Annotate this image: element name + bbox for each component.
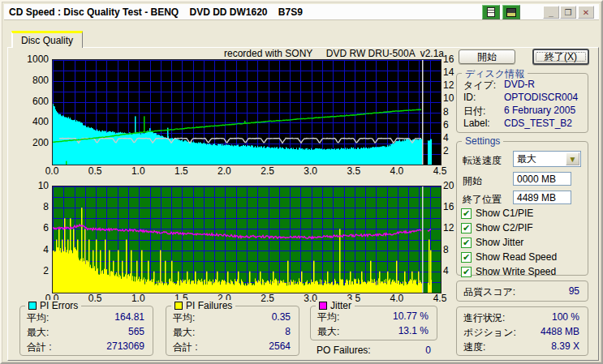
max-label: 最大: (317, 325, 339, 338)
speed-select[interactable]: 最大 ▼ (513, 151, 581, 167)
quality-score-box: 品質スコア: 95 (456, 280, 588, 302)
checkbox-label: Show Read Speed (476, 251, 557, 263)
progress-label: 進行状況: (463, 311, 505, 324)
progress-box: 進行状況:100 % ポジション:4488 MB 速度:8.39 X (456, 306, 588, 356)
title-bar[interactable]: CD Speed : Disc Quality Test - BENQ DVD … (4, 4, 599, 20)
tick-label: 600 (32, 96, 49, 107)
close-button[interactable]: ✕ (578, 6, 594, 19)
pi-failures-title: PI Failures (186, 300, 232, 311)
tick-label: 6 (43, 222, 49, 233)
jitter-box: Jitter 平均:10.77 % 最大:13.1 % (310, 306, 437, 340)
tick-label: 8 (43, 201, 49, 212)
speed-value: 8.39 X (551, 340, 579, 353)
checkbox-show-c2-pif[interactable]: ✔ Show C2/PIF (461, 222, 533, 233)
tick-label: 2.0 (218, 165, 231, 177)
avg-label: 平均: (173, 311, 195, 324)
checkbox-label: Show C1/PIE (476, 208, 533, 219)
tick-label: 4 (443, 132, 449, 143)
exit-button[interactable]: 終了(X) (532, 49, 589, 65)
pi-errors-legend-swatch (28, 302, 37, 310)
avg-value: 0.35 (272, 311, 291, 324)
report-icon (487, 7, 495, 17)
tick-label: 1.0 (131, 165, 145, 177)
tick-label: 0.5 (88, 165, 102, 177)
max-value: 8 (285, 326, 291, 339)
tick-label: 2 (443, 145, 449, 156)
bottom-chart-x-axis: 0.00.51.01.52.02.53.03.54.04.5 (52, 293, 440, 303)
pi-failures-legend-swatch (174, 302, 183, 310)
tab-disc-quality[interactable]: Disc Quality (11, 31, 83, 48)
save-icon (506, 8, 516, 17)
max-value: 13.1 % (398, 325, 429, 338)
end-pos-field[interactable]: 4489 MB (513, 191, 571, 204)
tick-label: 4 (43, 244, 49, 255)
speed-select-value: 最大 (517, 152, 536, 166)
tick-label: 1.5 (174, 165, 188, 177)
report-button[interactable] (482, 5, 500, 19)
tick-label: 3.0 (304, 165, 317, 177)
checkbox-show-jitter[interactable]: ✔ Show Jitter (461, 237, 523, 248)
tick-label: 10 (38, 180, 49, 191)
tick-label: 8 (443, 106, 449, 118)
top-chart-x-axis: 0.00.51.01.52.02.53.03.54.04.5 (52, 165, 440, 176)
total-label: 合計 : (27, 340, 52, 353)
id-label: ID: (463, 92, 476, 103)
tick-label: 1.0 (131, 293, 145, 304)
restore-icon: ❐ (565, 8, 572, 17)
tab-label: Disc Quality (21, 35, 73, 46)
window-title: CD Speed : Disc Quality Test - BENQ DVD … (9, 6, 303, 18)
end-pos-value: 4489 MB (517, 192, 556, 203)
checkbox-icon: ✔ (461, 208, 472, 219)
pi-errors-box: PI Errors 平均:164.81 最大:565 合計 :2713069 (19, 306, 153, 356)
speed-value-label: 速度: (463, 340, 485, 353)
tick-label: 800 (32, 75, 49, 86)
total-label: 合計 : (173, 340, 198, 353)
bottom-chart-left-axis: 246810 (16, 186, 49, 292)
tick-label: 200 (32, 137, 49, 148)
jitter-title: Jitter (330, 300, 351, 311)
tick-label: 400 (32, 116, 49, 127)
po-failures-label: PO Failures: (317, 345, 371, 358)
checkbox-icon: ✔ (461, 252, 472, 263)
total-value: 2713069 (106, 340, 144, 353)
progress-value: 100 % (552, 311, 579, 324)
pi-failures-jitter-chart (52, 186, 441, 293)
save-button[interactable] (502, 5, 520, 19)
minimize-icon: _ (549, 8, 553, 17)
restore-button[interactable]: ❐ (560, 6, 576, 19)
type-value: DVD-R (504, 79, 535, 90)
tick-label: 16 (443, 201, 454, 212)
checkbox-show-c1-pie[interactable]: ✔ Show C1/PIE (461, 208, 533, 219)
app-window: CD Speed : Disc Quality Test - BENQ DVD … (0, 0, 603, 364)
max-value: 565 (128, 326, 144, 339)
po-failures-row: PO Failures: 0 (317, 345, 431, 358)
checkbox-label: Show Jitter (476, 237, 523, 248)
checkbox-icon: ✔ (461, 238, 472, 248)
pi-errors-chart (52, 59, 441, 165)
close-icon: ✕ (583, 8, 589, 17)
avg-label: 平均: (317, 310, 339, 323)
tick-label: 6 (443, 119, 449, 131)
max-label: 最大: (173, 326, 195, 339)
position-label: ポジション: (463, 326, 516, 339)
tick-label: 8 (443, 244, 449, 255)
checkbox-show-read-speed[interactable]: ✔ Show Read Speed (461, 251, 557, 263)
type-label: タイプ: (463, 79, 496, 92)
pi-errors-title: PI Errors (40, 300, 78, 311)
tick-label: 2.5 (261, 293, 274, 304)
start-pos-field[interactable]: 0000 MB (513, 172, 571, 186)
tick-label: 20 (443, 180, 454, 191)
quality-score-label: 品質スコア: (463, 285, 515, 298)
tick-label: 3.5 (347, 165, 360, 177)
date-label: 日付: (463, 105, 485, 118)
start-pos-value: 0000 MB (517, 173, 556, 185)
start-button[interactable]: 開始 (459, 49, 515, 64)
minimize-button[interactable]: _ (543, 6, 559, 19)
checkbox-show-write-speed[interactable]: ✔ Show Write Speed (461, 266, 556, 277)
checkbox-label: Show Write Speed (476, 266, 556, 277)
avg-label: 平均: (27, 311, 49, 324)
tick-label: 4.5 (433, 165, 447, 177)
disc-info-box: ディスク情報 タイプ: DVD-R ID: OPTODISCR004 日付: 6… (456, 73, 588, 133)
checkbox-icon: ✔ (461, 267, 472, 277)
chevron-down-icon[interactable]: ▼ (566, 152, 579, 165)
